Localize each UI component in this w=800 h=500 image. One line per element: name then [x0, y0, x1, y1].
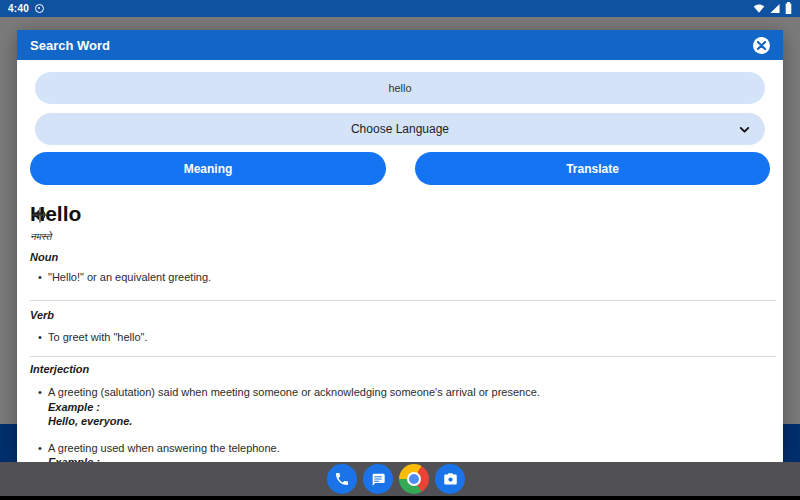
messages-app-icon[interactable] — [363, 464, 393, 494]
dock — [0, 462, 800, 496]
divider — [30, 356, 776, 357]
example-text: Hello, everyone. — [30, 415, 776, 427]
search-input[interactable] — [35, 72, 765, 104]
meaning-button[interactable]: Meaning — [30, 152, 386, 185]
definition: A greeting (salutation) said when meetin… — [30, 386, 776, 398]
example-label: Example : — [30, 401, 776, 413]
gesture-nav-bar — [0, 496, 800, 500]
language-dropdown[interactable]: Choose Language — [35, 113, 765, 145]
close-icon[interactable] — [753, 37, 770, 54]
result-translation: नमस्ते — [30, 231, 776, 243]
status-bar: 4:40 — [0, 0, 800, 17]
dialog-title: Search Word — [30, 38, 110, 53]
wifi-icon — [753, 0, 765, 18]
notification-icon — [35, 4, 44, 13]
definition: To greet with "hello". — [30, 331, 776, 343]
language-dropdown-label: Choose Language — [351, 122, 449, 136]
definition: A greeting used when answering the telep… — [30, 442, 776, 454]
result-word: Hello — [30, 202, 776, 226]
battery-icon — [785, 0, 792, 18]
divider — [30, 300, 776, 301]
chrome-app-icon[interactable] — [399, 464, 429, 494]
add-icon[interactable] — [30, 205, 50, 229]
dialog-header: Search Word — [17, 30, 783, 60]
results-panel: Hello नमस्ते Noun "Hello!" or an equival… — [30, 200, 776, 462]
camera-app-icon[interactable] — [435, 464, 465, 494]
chevron-down-icon — [738, 122, 751, 140]
part-of-speech: Noun — [30, 251, 776, 263]
phone-app-icon[interactable] — [327, 464, 357, 494]
definition: "Hello!" or an equivalent greeting. — [30, 271, 776, 283]
clock: 4:40 — [8, 3, 29, 14]
translate-button[interactable]: Translate — [415, 152, 770, 185]
search-input-container — [35, 72, 765, 104]
part-of-speech: Interjection — [30, 363, 776, 375]
part-of-speech: Verb — [30, 309, 776, 321]
search-word-dialog: Search Word Choose Language Meaning Tran… — [17, 30, 783, 462]
signal-icon — [769, 0, 781, 18]
